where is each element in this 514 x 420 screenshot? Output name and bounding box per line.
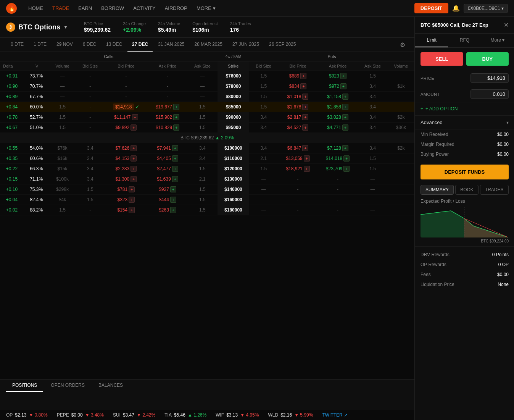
call-ask-price[interactable]: $263 + (148, 205, 187, 215)
table-row[interactable]: +0.35 60.6% $16k 3.4 $4,153 + $4,405 + 3… (0, 153, 414, 164)
advanced-row[interactable]: Advanced ▾ (415, 116, 514, 129)
table-row[interactable]: +0.90 70.7% — - - - — $78000 1.5 $834 + … (0, 81, 414, 92)
settings-icon[interactable]: ⚙ (397, 38, 408, 52)
deposit-funds-button[interactable]: DEPOSIT FUNDS (421, 165, 509, 179)
put-ask-price[interactable]: $1,858 + (318, 102, 358, 112)
call-ask-price[interactable]: $2,477 + (148, 164, 187, 174)
price-input[interactable] (470, 73, 509, 83)
strike-price[interactable]: $140000 (218, 184, 250, 195)
call-bid-price[interactable]: $11,147 + (105, 112, 148, 123)
expiry-26sep[interactable]: 26 SEP 2025 (264, 38, 301, 52)
call-bid-price[interactable]: $9,892 + (105, 123, 148, 133)
table-row[interactable]: +0.91 73.7% — - - - — $76000 1.5 $689 + … (0, 71, 414, 81)
put-bid-price[interactable]: $689 + (278, 71, 317, 81)
table-row[interactable]: +0.55 54.0% $76k 3.4 $7,626 + $7,941 + 3… (0, 143, 414, 153)
strike-price[interactable]: $100000 (218, 143, 250, 153)
strike-price[interactable]: $180000 (218, 205, 250, 215)
tab-book[interactable]: BOOK (455, 185, 479, 195)
tab-rfq[interactable]: RFQ (448, 34, 481, 47)
call-bid-price[interactable]: $1,300 + (105, 174, 148, 184)
expiry-29nov[interactable]: 29 NOV (52, 38, 77, 52)
call-bid-price[interactable]: $323 + (105, 195, 148, 205)
call-bid-price[interactable]: $7,626 + (105, 143, 148, 153)
put-ask-price[interactable]: $4,771 + (318, 123, 358, 133)
call-bid-price[interactable]: $2,283 + (105, 164, 148, 174)
put-bid-price[interactable]: $18,921 + (278, 164, 317, 174)
put-bid-price[interactable]: $4,527 + (278, 123, 317, 133)
tab-trades[interactable]: TRADES (480, 185, 509, 195)
call-ask-price[interactable]: $1,639 + (148, 174, 187, 184)
wallet-address[interactable]: 0X0B0E...D9C1 ▾ (464, 4, 508, 13)
expiry-27jun[interactable]: 27 JUN 2025 (228, 38, 264, 52)
bell-icon[interactable]: 🔔 (452, 5, 460, 12)
expiry-31jan[interactable]: 31 JAN 2025 (153, 38, 189, 52)
buy-button[interactable]: BUY (466, 52, 509, 66)
call-ask-price[interactable]: $927 + (148, 184, 187, 195)
strike-price[interactable]: $95000 (218, 123, 250, 133)
put-bid-price[interactable]: $6,847 + (278, 143, 317, 153)
nav-more[interactable]: MORE ▾ (193, 4, 219, 13)
strike-price[interactable]: $90000 (218, 112, 250, 123)
strike-price[interactable]: $120000 (218, 164, 250, 174)
table-row[interactable]: +0.84 60.0% 1.5 - $14,918 ✓ $19,677 + 1.… (0, 102, 414, 112)
expiry-6dec[interactable]: 6 DEC (78, 38, 101, 52)
put-ask-price[interactable]: $1,158 + (318, 92, 358, 102)
deposit-button[interactable]: DEPOSIT (414, 3, 448, 13)
call-bid-price[interactable]: $4,153 + (105, 153, 148, 164)
call-ask-price[interactable]: $10,829 + (148, 123, 187, 133)
put-ask-price[interactable]: $972 + (318, 81, 358, 92)
nav-borrow[interactable]: BORROW (97, 4, 128, 13)
amount-input[interactable] (470, 89, 509, 99)
expiry-28mar[interactable]: 28 MAR 2025 (190, 38, 227, 52)
table-row[interactable]: +0.15 71.1% $100k 3.4 $1,300 + $1,639 + … (0, 174, 414, 184)
table-row[interactable]: +0.67 51.0% 1.5 - $9,892 + $10,829 + 1.5… (0, 123, 414, 133)
put-bid-price[interactable]: $13,059 + (278, 153, 317, 164)
expiry-1dte[interactable]: 1 DTE (29, 38, 51, 52)
tab-positions[interactable]: POSITIONS (6, 380, 43, 392)
put-ask-price[interactable]: $14,018 + (318, 153, 358, 164)
tab-limit[interactable]: Limit (415, 34, 448, 47)
put-ask-price[interactable]: $23,709 + (318, 164, 358, 174)
tab-open-orders[interactable]: OPEN ORDERS (45, 380, 91, 392)
tab-more[interactable]: More ▾ (481, 34, 514, 47)
nav-airdrop[interactable]: AIRDROP (161, 4, 191, 13)
strike-price[interactable]: $160000 (218, 195, 250, 205)
nav-earn[interactable]: EARN (74, 4, 96, 13)
strike-price[interactable]: $130000 (218, 174, 250, 184)
nav-trade[interactable]: TRADE (48, 4, 73, 13)
expiry-0dte[interactable]: 0 DTE (6, 38, 28, 52)
call-bid-price[interactable]: $154 + (105, 205, 148, 215)
nav-home[interactable]: HOME (24, 4, 47, 13)
call-ask-price[interactable]: $15,902 + (148, 112, 187, 123)
ticker-twitter[interactable]: TWITTER ↗ (322, 412, 348, 418)
call-ask-price[interactable]: $7,941 + (148, 143, 187, 153)
put-bid-price[interactable]: $1,018 + (278, 92, 317, 102)
nav-activity[interactable]: ACTIVITY (129, 4, 160, 13)
strike-price[interactable]: $80000 (218, 92, 250, 102)
call-bid-price[interactable]: $781 + (105, 184, 148, 195)
put-ask-price[interactable]: $7,128 + (318, 143, 358, 153)
call-ask-price[interactable]: $4,405 + (148, 153, 187, 164)
call-ask-price[interactable]: $19,677 + (148, 102, 187, 112)
table-row[interactable]: +0.02 88.2% 1.5 - $154 + $263 + 1.5 $180… (0, 205, 414, 215)
call-bid-price[interactable]: $14,918 ✓ (105, 102, 148, 112)
expiry-27dec[interactable]: 27 DEC (127, 38, 153, 52)
call-ask-price[interactable]: $444 + (148, 195, 187, 205)
strike-price[interactable]: $85000 (218, 102, 250, 112)
table-row[interactable]: +0.04 82.4% $4k 1.5 $323 + $444 + 1.5 $1… (0, 195, 414, 205)
table-row[interactable]: +0.78 52.7% 1.5 - $11,147 + $15,902 + 1.… (0, 112, 414, 123)
close-button[interactable]: ✕ (504, 21, 509, 29)
put-ask-price[interactable]: $923 + (318, 71, 358, 81)
sell-button[interactable]: SELL (421, 52, 463, 66)
put-bid-price[interactable]: $1,678 + (278, 102, 317, 112)
add-option-button[interactable]: + + ADD OPTION (415, 102, 514, 116)
tab-balances[interactable]: BALANCES (92, 380, 129, 392)
put-bid-price[interactable]: $834 + (278, 81, 317, 92)
strike-price[interactable]: $110000 (218, 153, 250, 164)
table-row[interactable]: +0.10 75.3% $298k 1.5 $781 + $927 + 1.5 … (0, 184, 414, 195)
table-row[interactable]: +0.89 67.7% — - - - — $80000 1.5 $1,018 … (0, 92, 414, 102)
logo-icon[interactable]: 🔥 (6, 3, 17, 14)
put-bid-price[interactable]: $2,817 + (278, 112, 317, 123)
table-row[interactable]: +0.22 66.3% $15k 3.4 $2,283 + $2,477 + 1… (0, 164, 414, 174)
strike-price[interactable]: $76000 (218, 71, 250, 81)
